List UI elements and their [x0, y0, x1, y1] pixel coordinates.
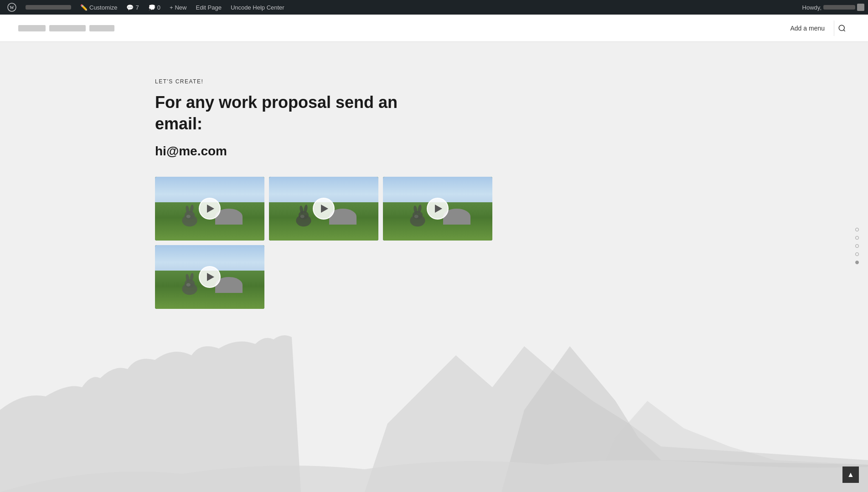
customize-label: Customize [89, 4, 117, 11]
admin-bar-right: Howdy, [802, 4, 864, 11]
logo-block-3 [89, 25, 114, 31]
comments-count: 7 [135, 4, 139, 11]
customize-icon: ✏️ [80, 4, 88, 11]
play-button-3[interactable] [427, 198, 449, 220]
site-header: Add a menu [0, 15, 868, 42]
play-button-2[interactable] [313, 198, 335, 220]
svg-point-2 [839, 25, 844, 31]
comment-icon: 💬 [126, 4, 134, 11]
customize-item[interactable]: ✏️ Customize [77, 0, 121, 15]
main-content: LET'S CREATE! For any work proposal send… [0, 42, 868, 492]
video-thumb-4[interactable] [155, 245, 264, 309]
nav-dot-3[interactable] [855, 244, 859, 248]
play-triangle-3 [435, 205, 442, 213]
video-grid [155, 177, 511, 309]
svg-point-12 [300, 215, 305, 218]
heading-line2: email: [155, 114, 202, 133]
play-triangle-4 [207, 273, 214, 281]
proposal-heading: For any work proposal send an email: [155, 92, 547, 135]
video-thumb-3[interactable] [383, 177, 492, 241]
bubbles-count: 0 [157, 4, 160, 11]
new-item[interactable]: + New [166, 0, 191, 15]
play-button-1[interactable] [199, 198, 221, 220]
logo-block-1 [18, 25, 46, 31]
comments-item[interactable]: 💬 7 [123, 0, 142, 15]
svg-point-17 [414, 215, 418, 218]
svg-text:W: W [10, 5, 14, 10]
edit-page-item[interactable]: Edit Page [192, 0, 225, 15]
search-icon [838, 24, 846, 32]
play-triangle-2 [321, 205, 328, 213]
scroll-top-button[interactable]: ▲ [842, 466, 859, 483]
lets-create-label: LET'S CREATE! [155, 78, 547, 85]
bubble-icon: 💭 [148, 4, 155, 11]
user-avatar[interactable] [857, 4, 864, 11]
site-name-item[interactable] [22, 0, 75, 15]
howdy-label: Howdy, [802, 4, 822, 11]
admin-bar: W ✏️ Customize 💬 7 💭 0 + New Edit Page U… [0, 0, 868, 15]
svg-point-22 [186, 283, 191, 286]
play-button-4[interactable] [199, 266, 221, 288]
svg-point-7 [186, 215, 191, 218]
add-menu-button[interactable]: Add a menu [790, 25, 825, 32]
uncode-help-label: Uncode Help Center [231, 4, 284, 11]
email-link[interactable]: hi@me.com [155, 144, 547, 159]
site-name-text [26, 5, 71, 10]
heading-line1: For any work proposal send an [155, 93, 398, 112]
video-thumb-2[interactable] [269, 177, 378, 241]
rabbit-icon-3 [405, 200, 430, 228]
side-nav [855, 228, 859, 264]
header-nav: Add a menu [790, 20, 850, 36]
bubbles-item[interactable]: 💭 0 [145, 0, 164, 15]
video-thumb-1[interactable] [155, 177, 264, 241]
play-triangle-1 [207, 205, 214, 213]
site-logo-area [18, 25, 114, 31]
content-section: LET'S CREATE! For any work proposal send… [0, 42, 547, 336]
rabbit-icon-2 [291, 200, 316, 228]
wp-logo-item[interactable]: W [4, 0, 20, 15]
nav-dot-1[interactable] [855, 228, 859, 231]
plus-icon: + [170, 4, 173, 11]
search-button[interactable] [834, 20, 850, 36]
uncode-help-item[interactable]: Uncode Help Center [227, 0, 288, 15]
username-text [823, 5, 855, 10]
rabbit-icon-4 [177, 269, 202, 296]
nav-dot-2[interactable] [855, 236, 859, 240]
edit-page-label: Edit Page [196, 4, 222, 11]
rabbit-icon-1 [177, 200, 202, 228]
logo-block-2 [49, 25, 86, 31]
nav-dot-4[interactable] [855, 252, 859, 256]
scroll-top-icon: ▲ [847, 471, 854, 479]
nav-dot-5[interactable] [855, 261, 859, 264]
new-label: New [175, 4, 186, 11]
